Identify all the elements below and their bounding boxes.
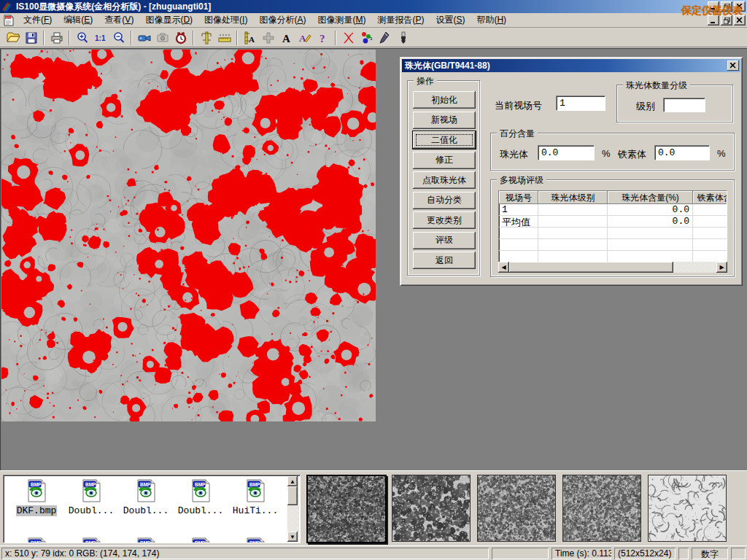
current-view-input[interactable]: 1 bbox=[556, 96, 605, 111]
menu-item-2[interactable]: 查看(V) bbox=[98, 12, 139, 28]
scroll-down-arrow[interactable]: ▼ bbox=[287, 532, 298, 542]
menu-item-7[interactable]: 测量报告(P) bbox=[371, 12, 430, 28]
file-item-1[interactable]: BMPDoubl... bbox=[64, 478, 118, 516]
bmp-file-icon[interactable]: BMP bbox=[64, 478, 118, 505]
minimize-button[interactable] bbox=[708, 1, 719, 12]
ruler-icon[interactable] bbox=[215, 30, 233, 46]
op-button-5[interactable]: 自动分类 bbox=[413, 192, 476, 209]
bmp-file-icon[interactable]: BMP bbox=[228, 478, 282, 505]
scroll-track[interactable] bbox=[287, 505, 299, 532]
file-item-row2[interactable]: BMP bbox=[228, 537, 282, 543]
bmp-file-icon[interactable]: BMP bbox=[119, 537, 173, 543]
op-button-0[interactable]: 初始化 bbox=[413, 91, 476, 109]
table-row[interactable] bbox=[499, 251, 727, 262]
child-restore-button[interactable] bbox=[721, 15, 732, 26]
bmp-file-icon[interactable]: BMP bbox=[228, 537, 282, 543]
close-button[interactable] bbox=[734, 1, 746, 12]
op-button-7[interactable]: 评级 bbox=[413, 232, 476, 249]
zoom-out-icon[interactable] bbox=[109, 30, 128, 46]
print-icon[interactable] bbox=[47, 30, 66, 46]
curve-cross-icon[interactable] bbox=[339, 30, 357, 46]
file-item-row2[interactable]: BMP bbox=[174, 537, 228, 543]
child-minimize-button[interactable] bbox=[708, 15, 719, 26]
file-item-0[interactable]: BMPDKF.bmp bbox=[9, 478, 63, 516]
bmp-file-icon[interactable]: BMP bbox=[174, 478, 228, 505]
table-header-3[interactable]: 铁素体含量(%) bbox=[693, 191, 727, 204]
file-name[interactable]: DKF.bmp bbox=[16, 505, 58, 516]
menu-item-8[interactable]: 设置(S) bbox=[430, 12, 471, 28]
photo-camera-icon[interactable] bbox=[153, 30, 171, 46]
op-button-1[interactable]: 新视场 bbox=[413, 112, 476, 129]
menu-item-5[interactable]: 图像分析(A) bbox=[253, 12, 311, 28]
scroll-thumb[interactable] bbox=[509, 262, 673, 273]
pen-icon[interactable] bbox=[376, 30, 394, 46]
scroll-right-arrow[interactable]: ▶ bbox=[716, 262, 727, 273]
table-header-0[interactable]: 视场号 bbox=[499, 191, 538, 204]
clock-icon[interactable] bbox=[171, 30, 190, 46]
table-row[interactable]: 平均值0.0 bbox=[499, 216, 727, 228]
thumbnail-image-3[interactable] bbox=[562, 475, 641, 542]
menu-item-6[interactable]: 图像测量(M) bbox=[311, 12, 371, 28]
caliper-icon[interactable] bbox=[197, 30, 215, 46]
table-row[interactable]: 10.0 bbox=[499, 204, 727, 216]
menu-item-3[interactable]: 图像显示(D) bbox=[139, 12, 198, 28]
table-header-2[interactable]: 珠光体含量(%) bbox=[608, 191, 693, 204]
file-list[interactable]: ▲ ▼ BMPDKF.bmpBMPDoubl...BMPDoubl...BMPD… bbox=[3, 475, 301, 543]
measure-text-icon[interactable]: A bbox=[241, 30, 259, 46]
op-button-3[interactable]: 修正 bbox=[413, 152, 476, 169]
scroll-up-arrow[interactable]: ▲ bbox=[287, 476, 298, 486]
file-list-vscrollbar[interactable]: ▲ ▼ bbox=[287, 476, 299, 542]
file-item-row2[interactable]: BMP bbox=[64, 537, 118, 543]
thumbnail-image-2[interactable] bbox=[477, 475, 556, 542]
zoom-in-icon[interactable] bbox=[73, 30, 91, 46]
open-icon[interactable] bbox=[4, 30, 22, 46]
file-item-row2[interactable]: BMP bbox=[9, 537, 63, 543]
color-dots-icon[interactable]: 3 bbox=[357, 30, 376, 46]
zoom-1-1-icon[interactable]: 1:1 bbox=[91, 30, 109, 46]
table-header-1[interactable]: 珠光体级别 bbox=[538, 191, 608, 204]
ferrite-input[interactable]: 0.0 bbox=[654, 145, 710, 160]
save-icon[interactable] bbox=[22, 30, 40, 46]
document-icon[interactable]: DOC bbox=[3, 15, 15, 26]
move-cross-icon[interactable] bbox=[259, 30, 277, 46]
op-button-2[interactable]: 二值化 bbox=[413, 131, 476, 149]
file-item-4[interactable]: BMPHuiTi... bbox=[228, 478, 282, 516]
scroll-track[interactable] bbox=[673, 262, 716, 273]
scroll-left-arrow[interactable]: ◀ bbox=[498, 262, 509, 273]
thumbnail-image-0[interactable] bbox=[306, 475, 387, 543]
bmp-file-icon[interactable]: BMP bbox=[9, 537, 63, 543]
bmp-file-icon[interactable]: BMP bbox=[64, 537, 118, 543]
file-item-row2[interactable]: BMP bbox=[119, 537, 173, 543]
thumbnail-image-4[interactable] bbox=[648, 475, 727, 542]
metallographic-image[interactable] bbox=[1, 50, 376, 421]
dialog-close-button[interactable] bbox=[727, 61, 739, 71]
pearlite-input[interactable]: 0.0 bbox=[538, 145, 595, 160]
menu-item-1[interactable]: 编辑(E) bbox=[58, 12, 98, 28]
text-edit-icon[interactable]: A bbox=[295, 30, 314, 46]
bmp-file-icon[interactable]: BMP bbox=[174, 537, 228, 543]
scroll-thumb[interactable] bbox=[287, 486, 298, 505]
text-icon[interactable]: A bbox=[277, 30, 295, 46]
menu-item-0[interactable]: 文件(F) bbox=[18, 12, 58, 28]
bmp-file-icon[interactable]: BMP bbox=[9, 478, 63, 505]
table-row[interactable] bbox=[499, 239, 727, 251]
brush-icon[interactable] bbox=[394, 30, 412, 46]
file-item-3[interactable]: BMPDoubl... bbox=[174, 478, 228, 516]
file-name[interactable]: Doubl... bbox=[123, 505, 169, 516]
table-hscrollbar[interactable]: ◀ ▶ bbox=[498, 262, 727, 273]
thumbnail-image-1[interactable] bbox=[392, 475, 471, 542]
op-button-4[interactable]: 点取珠光体 bbox=[413, 171, 476, 189]
file-item-2[interactable]: BMPDoubl... bbox=[119, 478, 173, 516]
menu-item-4[interactable]: 图像处理(I) bbox=[198, 12, 253, 28]
file-name[interactable]: Doubl... bbox=[68, 505, 115, 516]
child-close-button[interactable] bbox=[734, 15, 746, 26]
restore-button[interactable] bbox=[721, 1, 732, 12]
menu-item-9[interactable]: 帮助(H) bbox=[471, 12, 512, 28]
op-button-8[interactable]: 返回 bbox=[413, 252, 476, 269]
op-button-6[interactable]: 更改类别 bbox=[413, 211, 476, 229]
video-camera-icon[interactable] bbox=[135, 30, 153, 46]
file-name[interactable]: Doubl... bbox=[177, 505, 224, 516]
multi-view-table[interactable]: 视场号珠光体级别珠光体含量(%)铁素体含量(%)10.0平均值0.0 bbox=[498, 190, 727, 263]
level-input[interactable] bbox=[663, 98, 705, 112]
help-icon[interactable]: ? bbox=[314, 30, 332, 46]
